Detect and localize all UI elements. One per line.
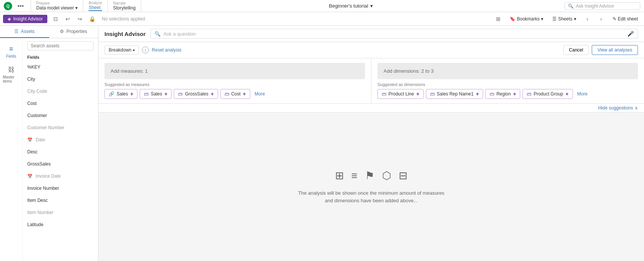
field-name: Customer [27,113,47,118]
breakdown-chevron: ▾ [133,48,135,52]
qlik-logo: Q [4,2,12,10]
nav-forward-icon[interactable]: › [596,14,607,24]
nav-narrate-group: Narrate Storytelling [108,0,141,12]
field-name: Customer Number [27,125,64,130]
redo-icon[interactable]: ↪ [75,14,85,24]
insight-advisor-label: Insight Advisor [13,16,43,22]
chip-add-btn[interactable]: + [211,91,214,97]
field-item[interactable]: City Code + [23,85,98,97]
chevron-up-icon: ∧ [635,105,638,111]
bubble-chart-icon: ⬡ [382,169,391,182]
tutorial-title: Beginner's tutorial [329,3,368,9]
view-all-btn[interactable]: View all analyses [592,45,638,55]
edit-sheet-btn[interactable]: ✎ Edit sheet [610,15,641,23]
chip-add-btn[interactable]: + [416,91,419,97]
field-item[interactable]: Desc + [23,146,98,158]
dimension-chip[interactable]: 🗃 Sales Rep Name1 + [426,89,483,99]
chip-add-btn[interactable]: + [164,91,167,97]
sidebar-nav: ≡ Fields ⛓ Master items [0,38,23,261]
field-item[interactable]: Customer + [23,109,98,122]
lock-icon[interactable]: 🔒 [87,14,97,24]
chip-label: GrossSales [185,91,208,97]
chip-icon: 🔗 [109,91,114,97]
table-icon: ⊞ [335,169,344,182]
nav-narrate[interactable]: Narrate Storytelling [108,0,141,12]
chip-add-btn[interactable]: + [513,91,516,97]
chip-add-btn[interactable]: + [476,91,479,97]
nav-prepare[interactable]: Prepare Data model viewer ▾ [31,0,83,12]
nav-narrate-main: Storytelling [113,5,136,11]
chip-add-btn[interactable]: + [130,91,133,97]
assets-icon: ☰ [14,29,19,34]
analysis-actions: Cancel View all analyses [563,45,638,55]
search-icon: 🔍 [154,31,161,37]
field-item[interactable]: Item Number + [23,206,98,219]
nav-analyze-main: Sheet [89,5,102,11]
nav-analyze[interactable]: Analyze Sheet [83,0,108,12]
measure-chip[interactable]: 🗃 Cost + [220,89,250,99]
field-item[interactable]: City + [23,73,98,85]
tab-properties[interactable]: ⚙ Properties [49,26,98,38]
field-item[interactable]: Item Desc + [23,194,98,206]
dimension-chip[interactable]: 🗃 Product Group + [522,89,572,99]
field-name: City Code [27,89,47,94]
insight-advisor-btn[interactable]: ◈ Insight Advisor [3,15,47,23]
chip-icon: 🗃 [144,91,148,97]
field-name: Item Desc [27,198,48,203]
flag-icon: ⚑ [365,169,374,182]
field-item[interactable]: 📅 Date + [23,134,98,146]
field-item[interactable]: Invoice Number + [23,182,98,194]
dimension-chip[interactable]: 🗃 Product Line + [377,89,424,99]
ask-insight-search[interactable]: 🔍 Ask Insight Advisor [564,2,640,10]
hide-suggestions-btn[interactable]: Hide suggestions ∧ [598,105,638,111]
chip-add-btn[interactable]: + [243,91,246,97]
dimensions-more-btn[interactable]: More [575,90,590,98]
cancel-btn[interactable]: Cancel [563,45,589,55]
bookmarks-btn[interactable]: 🔖 Bookmarks ▾ [507,15,546,23]
search-assets-input[interactable] [27,41,94,50]
reset-analysis-link[interactable]: Reset analysis [152,47,181,53]
sidebar-nav-fields[interactable]: ≡ Fields [1,42,22,61]
mic-icon[interactable]: 🎤 [627,31,634,37]
title-chevron[interactable]: ▾ [370,3,373,9]
smart-search-icon[interactable]: ⊡ [50,14,61,24]
chip-label: Product Line [388,91,414,97]
measure-chip[interactable]: 🔗 Sales + [104,89,137,99]
field-item[interactable]: 📅 Invoice Date + [23,170,98,182]
panel-tabs: ☰ Assets ⚙ Properties [0,26,98,38]
fields-icon: ≡ [9,45,13,53]
sidebar-inner: ≡ Fields ⛓ Master items Fields %KEY + [0,38,98,261]
measures-chips-row: 🔗 Sales + 🗃 Sales + 🗃 GrossSales + 🗃 Cos… [104,89,365,99]
field-item[interactable]: Latitude + [23,219,98,231]
ia-search-bar[interactable]: 🔍 🎤 [150,29,638,39]
field-item[interactable]: Customer Number + [23,122,98,134]
more-options-btn[interactable]: ••• [14,3,27,9]
field-item[interactable]: %KEY + [23,61,98,73]
measure-chip[interactable]: 🗃 GrossSales + [174,89,218,99]
nav-back-icon[interactable]: ‹ [582,14,593,24]
nav-narrate-top: Narrate [113,1,136,5]
field-name: Invoice Number [27,186,59,191]
measure-chip[interactable]: 🗃 Sales + [140,89,172,99]
field-item[interactable]: Cost + [23,97,98,109]
breakdown-btn[interactable]: Breakdown ▾ [104,45,139,55]
left-panel: ☰ Assets ⚙ Properties ≡ Fields ⛓ Master … [0,26,98,261]
measures-more-btn[interactable]: More [253,90,267,98]
chip-add-btn[interactable]: + [565,91,568,97]
ia-search-input[interactable] [164,31,624,37]
insight-advisor-icon: ◈ [8,16,11,22]
grid-view-icon[interactable]: ⊞ [493,14,504,24]
field-item[interactable]: GrossSales + [23,158,98,170]
info-icon[interactable]: i [142,47,149,53]
toolbar-icons: ⊡ ↩ ↪ 🔒 [50,14,97,24]
field-name: 📅 Date [27,137,45,142]
sidebar-nav-master-items[interactable]: ⛓ Master items [1,63,22,86]
toolbar-right: ⊞ 🔖 Bookmarks ▾ ☰ Sheets ▾ ‹ › ✎ Edit sh… [493,14,641,24]
tab-properties-label: Properties [66,29,87,34]
field-name: City [27,77,35,82]
undo-icon[interactable]: ↩ [62,14,73,24]
sheets-btn[interactable]: ☰ Sheets ▾ [549,15,579,23]
field-name: Desc [27,149,37,155]
dimension-chip[interactable]: 🗃 Region + [485,89,520,99]
tab-assets[interactable]: ☰ Assets [0,26,49,38]
